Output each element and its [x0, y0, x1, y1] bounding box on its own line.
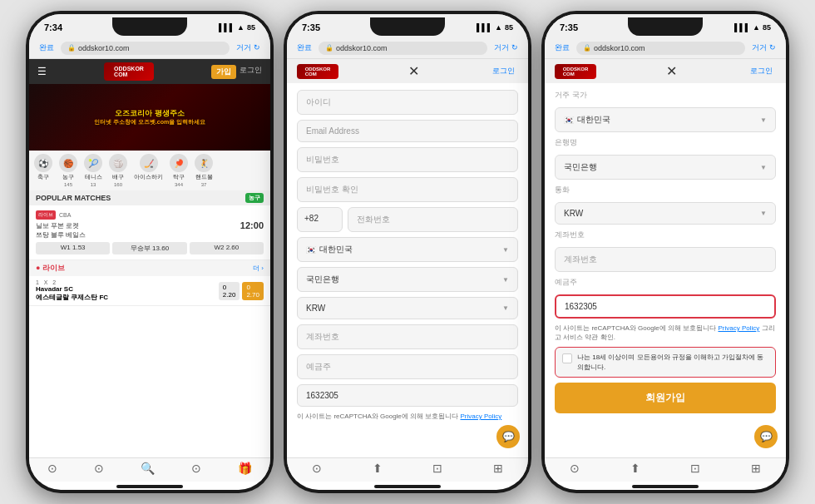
bottom-nav-share-2[interactable]: ⬆ — [373, 462, 383, 475]
team1-name: 닐보 푸본 로켓 — [36, 221, 86, 230]
sport-item-tennis[interactable]: 🎾 테니스 13 — [84, 154, 102, 187]
login-link-3[interactable]: 로그인 — [747, 64, 776, 78]
sport-item-hockey[interactable]: 🏒 아이스하키 — [134, 154, 163, 187]
bottom-nav-bookmarks-3[interactable]: ⊡ — [690, 462, 700, 475]
currency-select-3[interactable]: KRW ▼ — [555, 202, 776, 225]
browser-bar-2: 완료 🔒 oddskor10.com 거거 ↻ — [287, 37, 528, 59]
account-number-field-3[interactable]: 계좌번호 — [555, 247, 776, 272]
refresh-btn-3[interactable]: 거거 ↻ — [748, 41, 779, 55]
odd-btn-w2[interactable]: W2 2.60 — [190, 242, 264, 254]
chat-fab-3[interactable]: 💬 — [754, 425, 778, 448]
popular-matches-header: POPULAR MATCHES 농구 — [29, 190, 270, 205]
status-icons-2: ▌▌▌ ▲ 85 — [477, 23, 513, 32]
sport-badge: 농구 — [245, 193, 264, 203]
odd-btn-draw[interactable]: 무승부 13.60 — [112, 242, 186, 254]
sport-item-handball[interactable]: 🤾 핸드볼 37 — [195, 154, 213, 187]
chevron-icon: ▼ — [502, 246, 509, 254]
phones-container: 7:34 ▌▌▌ ▲ 85 완료 🔒 oddskor10.com 거거 ↻ ☰ … — [17, 2, 798, 502]
close-icon-2[interactable]: ✕ — [408, 63, 419, 79]
match-teams-1: 라이브 CBA 닐보 푸본 로켓 쯔탕 블루 베일스 12:00 — [36, 210, 264, 240]
status-icons-1: ▌▌▌ ▲ 85 — [219, 23, 255, 32]
referral-field[interactable]: 1632305 — [297, 384, 518, 407]
email-field[interactable]: Email Address — [297, 120, 518, 142]
sport-item-soccer[interactable]: ⚽ 축구 — [34, 154, 52, 187]
bottom-nav-tabs-3[interactable]: ⊞ — [751, 462, 761, 475]
privacy-policy-link-2[interactable]: Privacy Policy — [460, 413, 501, 420]
url-bar-2[interactable]: 🔒 oddskor10.com — [319, 42, 487, 55]
hero-text-1: 오즈코리아 평생주소 인터넷 주소창에 오즈벳.com을 입력하세요 — [94, 108, 205, 126]
back-button-3[interactable]: 완료 — [551, 41, 573, 55]
country-flag: 🇰🇷 대한민국 — [306, 244, 353, 255]
back-button-2[interactable]: 완료 — [294, 41, 315, 55]
handball-icon: 🤾 — [195, 154, 213, 172]
bottom-nav-recent[interactable]: ⊙ — [94, 462, 104, 475]
menu-icon-1[interactable]: ☰ — [37, 66, 47, 77]
notch-3 — [628, 17, 703, 36]
live-odd-1[interactable]: 02.20 — [219, 282, 240, 300]
country-code-field[interactable]: +82 — [297, 207, 343, 232]
site-logo-1: ODDSKORCOM — [104, 62, 154, 81]
register-btn-nav[interactable]: 가입 — [211, 65, 236, 79]
account-number-field[interactable]: 계좌번호 — [297, 324, 518, 349]
back-button-1[interactable]: 완료 — [36, 41, 57, 55]
recent-icon: ⊙ — [94, 462, 104, 475]
live-odd-draw[interactable]: 02.70 — [242, 282, 264, 300]
sport-item-basketball[interactable]: 🏀 농구 145 — [59, 154, 77, 187]
terms-text: 나는 18세 이상이며 모든용어와 규정을 이해하고 가입절차에 동의합니다. — [577, 353, 768, 371]
bottom-nav-share[interactable]: ⊙ — [191, 462, 201, 475]
password-field[interactable]: 비밀번호 — [297, 147, 518, 172]
bottom-nav-tabs-2[interactable]: ⊞ — [493, 462, 503, 475]
bottom-nav-home[interactable]: ⊙ — [47, 462, 57, 475]
close-icon-3[interactable]: ✕ — [666, 63, 677, 79]
sport-item-volleyball[interactable]: 🏐 배구 160 — [109, 154, 127, 187]
team2-name: 쯔탕 블루 베일스 — [36, 230, 86, 240]
live-more[interactable]: 더 › — [253, 264, 264, 273]
bank-select[interactable]: 국민은행 ▼ — [297, 267, 518, 292]
terms-checkbox[interactable] — [562, 353, 572, 363]
sport-label-soccer: 축구 — [37, 173, 49, 181]
phone-field[interactable]: 전화번호 — [348, 207, 518, 232]
depositor-field[interactable]: 예금주 — [297, 354, 518, 379]
terms-checkbox-row[interactable]: 나는 18세 이상이며 모든용어와 규정을 이해하고 가입절차에 동의합니다. — [555, 347, 776, 377]
live-match-row-1[interactable]: 1 X 2 Havadar SC 에스테글랄 쿠제스탄 FC 02.20 02.… — [29, 276, 270, 306]
bottom-nav-share-3[interactable]: ⬆ — [630, 462, 640, 475]
signal-icon: ▌▌▌ — [219, 23, 235, 32]
match-time: 12:00 — [240, 220, 264, 230]
currency-select[interactable]: KRW ▼ — [297, 297, 518, 319]
share-icon: ⊙ — [191, 462, 201, 475]
referral-field-3[interactable]: 1632305 — [555, 294, 776, 319]
password-confirm-field[interactable]: 비밀번호 확인 — [297, 177, 518, 202]
bottom-nav-gift[interactable]: 🎁 — [238, 462, 252, 475]
wifi-icon-2: ▲ — [495, 23, 502, 32]
register-submit-btn[interactable]: 회원가입 — [555, 383, 776, 413]
bank-label-3: 은행명 — [555, 137, 776, 148]
sport-item-tabletennis[interactable]: 🏓 탁구 344 — [170, 154, 188, 187]
url-bar-1[interactable]: 🔒 oddskor10.com — [61, 42, 230, 55]
sport-row-1: ⚽ 축구 🏀 농구 145 🎾 테니스 13 🏐 — [29, 151, 270, 190]
refresh-btn-1[interactable]: 거거 ↻ — [233, 41, 264, 55]
id-field[interactable]: 아이디 — [297, 90, 518, 115]
basketball-icon: 🏀 — [59, 154, 77, 172]
privacy-policy-link-3[interactable]: Privacy Policy — [718, 324, 759, 332]
home-indicator-2 — [374, 485, 441, 488]
country-select[interactable]: 🇰🇷 대한민국 ▼ — [297, 237, 518, 262]
bottom-nav-bookmarks-2[interactable]: ⊡ — [432, 462, 442, 475]
login-btn-nav[interactable]: 로그인 — [240, 65, 262, 79]
phone-1: 7:34 ▌▌▌ ▲ 85 완료 🔒 oddskor10.com 거거 ↻ ☰ … — [26, 11, 274, 493]
refresh-btn-2[interactable]: 거거 ↻ — [491, 41, 521, 55]
url-bar-3[interactable]: 🔒 oddskor10.com — [576, 42, 745, 55]
odd-btn-w1[interactable]: W1 1.53 — [36, 242, 110, 254]
match-card-1[interactable]: 라이브 CBA 닐보 푸본 로켓 쯔탕 블루 베일스 12:00 W1 1.53… — [29, 205, 270, 260]
bottom-nav-home-2[interactable]: ⊙ — [312, 462, 322, 475]
sport-count-tabletennis: 344 — [175, 182, 183, 187]
bank-select-3[interactable]: 국민은행 ▼ — [555, 155, 776, 180]
search-icon: 🔍 — [141, 462, 155, 475]
battery-icon-2: 85 — [505, 23, 513, 32]
bottom-nav-search[interactable]: 🔍 — [141, 462, 155, 475]
country-select-3[interactable]: 🇰🇷 대한민국 ▼ — [555, 107, 776, 132]
tabs-icon-3: ⊞ — [751, 462, 761, 475]
recaptcha-text-3: 이 사이트는 reCAPTCHA와 Google에 의해 보호됩니다 Priva… — [555, 324, 776, 342]
login-link-2[interactable]: 로그인 — [489, 64, 518, 78]
chat-fab-2[interactable]: 💬 — [496, 425, 520, 448]
bottom-nav-home-3[interactable]: ⊙ — [570, 462, 580, 475]
